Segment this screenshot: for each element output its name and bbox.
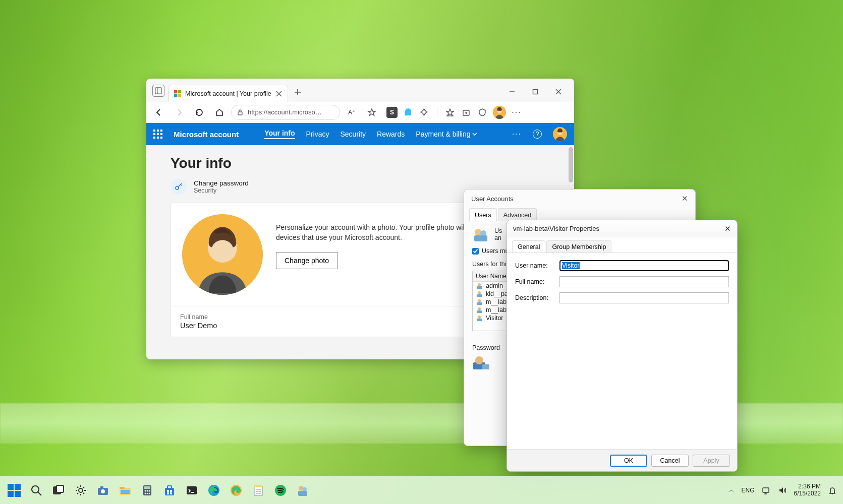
profile-photo (182, 214, 263, 295)
nav-security[interactable]: Security (341, 130, 366, 138)
svg-rect-3 (178, 90, 181, 93)
svg-rect-97 (763, 488, 769, 492)
nav-your-info[interactable]: Your info (264, 129, 295, 139)
users-icon (472, 227, 489, 242)
address-url: https://account.microso… (248, 108, 322, 116)
help-button[interactable]: ? (533, 130, 542, 139)
fullname-input[interactable] (559, 276, 729, 287)
browser-toolbar: https://account.microso… A⁺ S ··· (146, 102, 574, 123)
microsoft-store-icon[interactable] (161, 482, 178, 498)
svg-rect-31 (160, 137, 162, 139)
svg-rect-66 (100, 486, 103, 488)
change-password-sublabel: Security (194, 187, 249, 194)
window-minimize-button[interactable] (500, 82, 524, 102)
read-aloud-button[interactable]: A⁺ (343, 104, 360, 121)
system-tray: ︿ ENG 2:36 PM 6/15/2022 (728, 483, 837, 497)
language-indicator[interactable]: ENG (742, 487, 755, 494)
taskbar-clock[interactable]: 2:36 PM 6/15/2022 (794, 483, 821, 497)
edge-icon[interactable] (206, 482, 222, 498)
properties-titlebar[interactable]: vm-lab-beta\Visitor Properties ✕ (507, 220, 737, 237)
tab-group-membership[interactable]: Group Membership (546, 240, 611, 253)
search-button[interactable] (28, 482, 44, 498)
volume-icon[interactable] (778, 486, 787, 495)
user-accounts-titlebar[interactable]: User Accounts ✕ (464, 190, 695, 208)
username-input[interactable] (559, 260, 729, 271)
profile-avatar-button[interactable] (493, 106, 506, 119)
page-scrollbar[interactable] (569, 147, 573, 182)
nav-refresh-button[interactable] (191, 104, 208, 121)
tab-users[interactable]: Users (469, 208, 497, 221)
extension-ghost-icon[interactable] (403, 107, 414, 118)
svg-point-48 (478, 307, 481, 310)
svg-rect-26 (153, 133, 155, 135)
extension-s-icon[interactable]: S (386, 107, 398, 118)
close-icon[interactable]: ✕ (682, 194, 688, 203)
nav-privacy[interactable]: Privacy (306, 130, 329, 138)
favorites-button[interactable] (444, 107, 456, 118)
svg-point-63 (79, 488, 83, 492)
extensions-area: S ··· (386, 106, 522, 119)
change-photo-button[interactable]: Change photo (276, 252, 338, 269)
nav-forward-button[interactable] (171, 104, 188, 121)
notifications-icon[interactable] (828, 486, 837, 495)
edge-canary-icon[interactable] (228, 482, 244, 498)
file-explorer-icon[interactable] (117, 482, 133, 498)
svg-point-75 (145, 492, 146, 494)
camera-icon[interactable] (95, 482, 111, 498)
user-accounts-taskbar-icon[interactable] (295, 482, 311, 498)
more-menu-button[interactable]: ··· (511, 107, 522, 118)
svg-rect-27 (157, 133, 159, 135)
settings-icon[interactable] (73, 482, 89, 498)
window-close-button[interactable] (547, 82, 570, 102)
user-icon (476, 306, 483, 313)
svg-rect-14 (238, 112, 242, 115)
network-icon[interactable] (762, 486, 771, 495)
tab-close-icon[interactable] (275, 90, 283, 97)
nav-home-button[interactable] (211, 104, 228, 121)
new-tab-button[interactable] (290, 85, 305, 100)
extension-puzzle-icon[interactable] (419, 107, 430, 118)
window-maximize-button[interactable] (524, 82, 547, 102)
change-password-label: Change password (194, 179, 249, 187)
password-user-icon (472, 354, 490, 370)
cancel-button[interactable]: Cancel (651, 455, 689, 467)
close-icon[interactable]: ✕ (724, 224, 731, 233)
description-input[interactable] (559, 292, 729, 303)
intro-line-2: an (494, 234, 502, 241)
svg-rect-28 (160, 133, 162, 135)
svg-point-72 (145, 490, 146, 491)
calculator-icon[interactable] (139, 482, 155, 498)
svg-marker-16 (446, 109, 454, 115)
msa-brand[interactable]: Microsoft account (174, 130, 239, 139)
header-avatar[interactable] (553, 127, 567, 141)
tray-overflow-button[interactable]: ︿ (728, 486, 735, 494)
svg-point-95 (303, 487, 307, 491)
nav-payment[interactable]: Payment & billing (416, 130, 477, 138)
nav-back-button[interactable] (150, 104, 167, 121)
collections-button[interactable] (461, 107, 472, 118)
browser-tabstrip: Microsoft account | Your profile (146, 79, 574, 102)
favorite-star-button[interactable] (363, 104, 380, 121)
svg-rect-30 (157, 137, 159, 139)
terminal-icon[interactable] (184, 482, 200, 498)
nav-rewards[interactable]: Rewards (377, 130, 405, 138)
browser-tab[interactable]: Microsoft account | Your profile (168, 85, 288, 102)
svg-rect-25 (160, 130, 162, 132)
task-view-button[interactable] (50, 482, 67, 498)
svg-rect-79 (167, 486, 172, 488)
header-more-button[interactable]: ··· (512, 130, 522, 139)
taskbar: ︿ ENG 2:36 PM 6/15/2022 (0, 476, 843, 504)
browser-essentials-button[interactable] (477, 107, 488, 118)
ok-button[interactable]: OK (610, 455, 647, 467)
start-button[interactable] (6, 482, 22, 498)
tab-general[interactable]: General (512, 240, 545, 253)
notepad-icon[interactable] (250, 482, 266, 498)
address-bar[interactable]: https://account.microso… (231, 105, 340, 120)
apply-button[interactable]: Apply (693, 455, 730, 467)
tab-actions-button[interactable] (152, 85, 164, 97)
svg-rect-5 (178, 94, 181, 97)
app-launcher-icon[interactable] (153, 130, 162, 139)
svg-rect-43 (477, 286, 482, 289)
lock-icon (237, 109, 244, 116)
spotify-icon[interactable] (272, 482, 289, 498)
